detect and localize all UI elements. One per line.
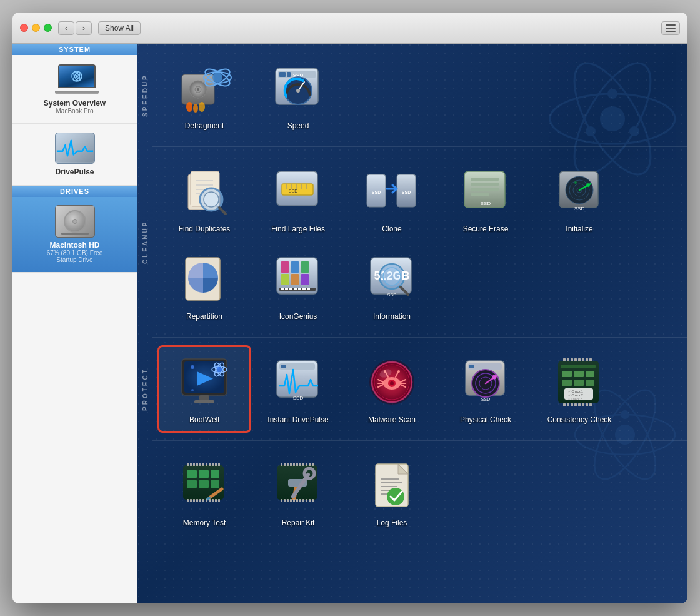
svg-rect-157 — [582, 403, 584, 406]
main-grid: SPEEDUP — [138, 44, 688, 603]
repartition-label: Repartition — [186, 312, 222, 321]
svg-rect-222 — [302, 499, 304, 502]
titlebar: ‹ › Show All — [12, 13, 688, 44]
initialize-label: Initialize — [566, 225, 592, 233]
minimize-button[interactable] — [32, 24, 40, 32]
svg-text:SSD: SSD — [402, 190, 411, 194]
instant-drivepulse-label: Instant DrivePulse — [268, 415, 328, 424]
sidebar-item-macintosh-hd[interactable]: Macintosh HD 67% (80.1 GB) Free Startup … — [12, 197, 137, 273]
svg-text:SSD: SSD — [481, 201, 491, 206]
consistency-check-label: Consistency Check — [548, 415, 612, 424]
svg-point-46 — [204, 192, 219, 207]
svg-rect-195 — [209, 499, 211, 502]
svg-rect-172 — [187, 480, 197, 488]
svg-rect-0 — [666, 24, 676, 26]
tool-find-duplicates[interactable]: Find Duplicates — [158, 154, 251, 242]
tool-find-large-files[interactable]: SSD Find Large Files — [251, 154, 345, 242]
tool-malware-scan[interactable]: Malware Scan — [345, 345, 439, 433]
svg-point-233 — [387, 488, 404, 505]
svg-rect-177 — [187, 463, 189, 466]
svg-rect-62 — [471, 183, 499, 186]
information-icon: 512GB SSD — [364, 251, 420, 307]
speed-label: Speed — [288, 121, 309, 130]
forward-button[interactable]: › — [76, 21, 92, 35]
protect-label: PROTECT — [138, 338, 152, 441]
svg-rect-153 — [567, 403, 569, 406]
svg-point-137 — [492, 375, 497, 379]
cleanup-label: CLEANUP — [138, 147, 152, 338]
defragment-label: Defragment — [185, 121, 224, 130]
tool-icongenius[interactable]: IconGenius — [251, 242, 345, 330]
svg-point-102 — [191, 389, 194, 391]
physical-check-icon: SSD — [458, 354, 514, 410]
svg-rect-165 — [582, 358, 584, 361]
tool-defragment[interactable]: Defragment — [158, 51, 251, 139]
svg-rect-197 — [215, 499, 217, 502]
svg-rect-212 — [306, 463, 308, 466]
bootwell-icon — [176, 354, 232, 410]
svg-rect-81 — [291, 274, 299, 285]
svg-rect-146 — [586, 380, 594, 386]
svg-rect-188 — [187, 499, 189, 502]
svg-point-38 — [296, 89, 300, 93]
svg-rect-169 — [187, 470, 197, 478]
svg-rect-156 — [578, 403, 581, 406]
tool-repartition[interactable]: Repartition — [158, 242, 251, 330]
tool-information[interactable]: 512GB SSD Information — [345, 242, 439, 330]
tool-consistency-check[interactable]: ✓ Check 1 ✓ Check 2 ○ Check 3 — [532, 345, 626, 433]
drivepulse-label: DrivePulse — [55, 168, 94, 176]
svg-rect-34 — [287, 72, 291, 77]
svg-rect-82 — [301, 274, 309, 285]
tool-physical-check[interactable]: SSD Physical Check — [439, 345, 532, 433]
svg-rect-140 — [561, 365, 596, 368]
svg-rect-86 — [289, 288, 292, 290]
instant-drivepulse-icon: SSD — [270, 354, 326, 410]
svg-rect-87 — [294, 288, 297, 290]
tool-memory-test[interactable]: Memory Test — [158, 448, 251, 536]
svg-rect-164 — [578, 358, 581, 361]
tool-clone[interactable]: SSD SSD Clone — [345, 154, 439, 242]
svg-rect-171 — [211, 470, 219, 478]
svg-rect-184 — [209, 463, 211, 466]
protect-bottom-section: Memory Test — [138, 441, 688, 543]
maximize-button[interactable] — [44, 24, 52, 32]
system-overview-sub: MacBook Pro — [56, 108, 93, 114]
svg-rect-210 — [299, 463, 301, 466]
tool-instant-drivepulse[interactable]: SSD Instant DrivePulse — [251, 345, 345, 433]
back-button[interactable]: ‹ — [58, 21, 74, 35]
tool-initialize[interactable]: SSD Initialize — [532, 154, 626, 242]
svg-rect-220 — [296, 499, 298, 502]
svg-rect-141 — [562, 371, 572, 377]
secure-erase-label: Secure Erase — [463, 225, 509, 233]
sidebar-item-system-overview[interactable]: System Overview MacBook Pro — [12, 55, 137, 124]
tool-speed[interactable]: SSD Speed — [251, 51, 345, 139]
svg-text:○ Check 3: ○ Check 3 — [568, 397, 582, 401]
svg-rect-89 — [302, 288, 306, 290]
svg-point-71 — [586, 183, 590, 187]
system-header: SYSTEM — [12, 44, 137, 55]
sidebar-item-drivepulse[interactable]: DrivePulse — [12, 124, 137, 186]
clone-label: Clone — [382, 225, 401, 233]
svg-rect-78 — [291, 261, 299, 273]
svg-rect-181 — [199, 463, 201, 466]
svg-rect-83 — [279, 288, 316, 291]
list-view-button[interactable] — [661, 21, 680, 35]
svg-text:SSD: SSD — [388, 293, 396, 297]
svg-rect-85 — [285, 288, 288, 290]
log-files-icon — [364, 457, 420, 513]
tool-secure-erase[interactable]: SSD Secure Erase — [439, 154, 532, 242]
cleanup-grid: Find Duplicates — [152, 147, 688, 338]
svg-text:SSD: SSD — [481, 397, 490, 401]
consistency-check-icon: ✓ Check 1 ✓ Check 2 ○ Check 3 — [551, 354, 608, 410]
svg-rect-166 — [586, 358, 588, 361]
svg-rect-88 — [298, 288, 301, 290]
defragment-icon — [176, 60, 232, 116]
tool-bootwell[interactable]: BootWell — [158, 345, 251, 433]
close-button[interactable] — [20, 24, 28, 32]
svg-rect-80 — [281, 274, 289, 285]
tool-log-files[interactable]: Log Files — [345, 448, 439, 536]
drives-header: DRIVES — [12, 186, 137, 197]
show-all-button[interactable]: Show All — [98, 21, 141, 35]
tool-repair-kit[interactable]: Repair Kit — [251, 448, 345, 536]
speedup-label: SPEEDUP — [138, 44, 152, 147]
